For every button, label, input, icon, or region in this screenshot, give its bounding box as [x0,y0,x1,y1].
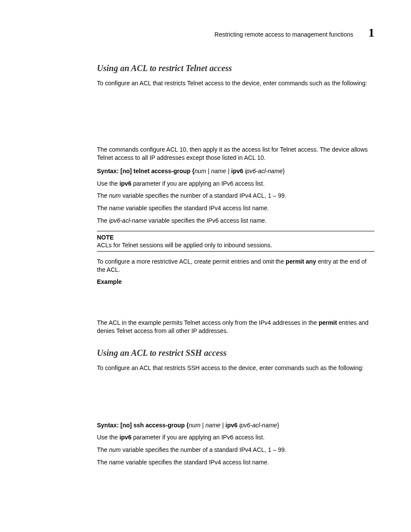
note-body: ACLs for Telnet sessions will be applied… [97,242,374,249]
telnet-example-desc: The ACL in the example permits Telnet ac… [97,319,374,335]
syntax-end: } [283,168,285,174]
var: num [109,192,121,199]
code-gap [97,289,374,314]
var: num [109,446,121,453]
telnet-syntax: Syntax: [no] telnet access-group {num | … [97,167,374,175]
ssh-name-line: The name variable specifies the standard… [97,458,374,467]
text: variable specifies the standard IPv4 acc… [124,459,269,466]
syntax-ipv6name: ipv6-acl-name [245,168,283,174]
ssh-syntax: Syntax: [no] ssh access-group {num | nam… [97,421,374,429]
syntax-ipv6: ipv6 [225,422,237,429]
text: variable specifies the standard IPv4 acc… [124,205,269,212]
syntax-name: name [211,168,226,174]
sep: | [206,168,211,174]
kw: permit [318,319,337,326]
telnet-intro: To configure an ACL that restricts Telne… [97,79,374,87]
var: ipv6-acl-name [109,217,147,224]
sep: | [221,422,225,429]
text: variable specifies the number of a stand… [121,446,286,453]
header-title: Restricting remote access to management … [215,31,353,38]
syntax-ipv6name: ipv6-acl-name [239,422,277,429]
ssh-intro: To configure an ACL that restricts SSH a… [97,364,374,372]
text: parameter if you are applying an IPv6 ac… [131,180,265,187]
ssh-ipv6-line: Use the ipv6 parameter if you are applyi… [97,433,374,442]
var: name [109,459,124,466]
code-gap [97,376,374,416]
syntax-ipv6: ipv6 [231,168,243,174]
text: Use the [97,180,119,187]
ssh-num-line: The num variable specifies the number of… [97,446,374,454]
syntax-num: num [189,422,200,429]
text: The ACL in the example permits Telnet ac… [97,319,318,326]
text: The [97,192,109,199]
text: Use the [97,434,119,441]
telnet-name-line: The name variable specifies the standard… [97,204,374,212]
syntax-name: name [206,422,221,429]
section-heading-telnet: Using an ACL to restrict Telnet access [97,63,374,73]
telnet-permit-line: To configure a more restrictive ACL, cre… [97,258,374,274]
text: The [97,446,109,453]
syntax-label: Syntax: [97,168,120,174]
syntax-label: Syntax: [97,422,120,429]
sep: | [200,422,205,429]
kw: permit any [286,258,316,265]
code-gap [97,92,374,141]
telnet-ipv6-line: Use the ipv6 parameter if you are applyi… [97,180,374,188]
sep: | [226,168,231,174]
section-heading-ssh: Using an ACL to restrict SSH access [97,348,374,358]
kw: ipv6 [119,180,131,187]
telnet-ipv6name-line: The ipv6-acl-name variable specifies the… [97,217,374,225]
syntax-cmd: [no] ssh access-group { [120,422,189,429]
syntax-num: num [194,168,206,174]
note-block: NOTE ACLs for Telnet sessions will be ap… [97,231,374,252]
kw: ipv6 [119,434,131,441]
text: The [97,205,109,212]
text: variable specifies the number of a stand… [121,192,286,199]
text: The [97,217,109,224]
page: Restricting remote access to management … [0,0,411,497]
note-title: NOTE [97,234,374,241]
example-label: Example [97,278,374,285]
chapter-number: 1 [368,26,374,40]
telnet-num-line: The num variable specifies the number of… [97,192,374,200]
text: The [97,459,109,466]
var: name [109,205,124,212]
page-header: Restricting remote access to management … [97,26,374,40]
text: parameter if you are applying an IPv6 ac… [131,434,265,441]
telnet-desc: The commands configure ACL 10, then appl… [97,146,374,162]
syntax-cmd: [no] telnet access-group { [120,168,194,174]
text: To configure a more restrictive ACL, cre… [97,258,286,265]
text: variable specifies the IPv6 access list … [147,217,267,224]
syntax-end: } [277,422,279,429]
